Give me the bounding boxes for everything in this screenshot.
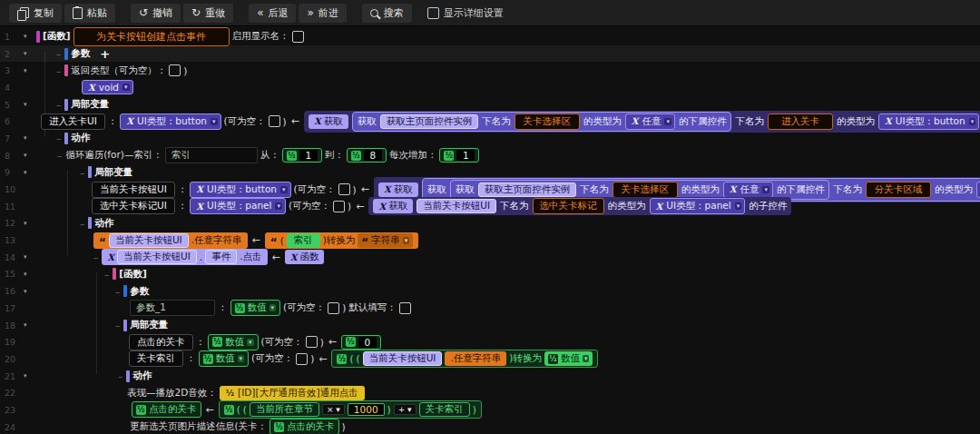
to-string-expression[interactable]: “(索引)转换为“字符串▾	[265, 232, 419, 249]
number-literal-chip[interactable]: ½0	[341, 335, 381, 350]
name-field[interactable]: 选中关卡标记	[533, 198, 604, 214]
checkbox[interactable]	[333, 201, 345, 212]
value-box[interactable]: 0	[358, 337, 377, 348]
search-button[interactable]: 搜索	[362, 4, 412, 23]
dropdown-caret[interactable]: ▾	[122, 84, 130, 91]
variable-name[interactable]: 关卡索引	[129, 350, 183, 367]
show-detail-checkbox[interactable]	[427, 7, 439, 19]
redo-button[interactable]: ↻重做	[183, 4, 233, 23]
math-expression[interactable]: ½((当前所在章节× ▾1000)+ ▾关卡索引)	[219, 400, 482, 419]
multiply-operator-dropdown[interactable]: × ▾	[322, 404, 345, 415]
getter-expression[interactable]: 获取获取主页面控件实例下名为关卡选择区的类型为X任意▾的下属控件	[352, 112, 732, 132]
paste-button[interactable]: 粘贴	[64, 4, 115, 23]
return-nullable-checkbox[interactable]	[169, 64, 181, 76]
loop-index-input[interactable]: 索引	[165, 147, 258, 163]
variable-name[interactable]: 点击的关卡	[129, 334, 193, 350]
string-chip[interactable]: .任意字符串	[445, 351, 506, 366]
checkbox[interactable]	[306, 336, 318, 348]
loop-step-value[interactable]: 1	[456, 150, 475, 161]
number-type-solid[interactable]: ½数值▾	[544, 351, 593, 366]
name-field[interactable]: 关卡选择区	[514, 113, 580, 130]
return-type-dropdown[interactable]: Xvoid▾	[82, 80, 133, 94]
dropdown-caret[interactable]: ▾	[403, 237, 410, 244]
getter-expression[interactable]: 获取获取主页面控件实例下名为关卡选择区的类型为X任意▾的下属控件	[450, 180, 830, 200]
forward-button[interactable]: »前进	[299, 4, 346, 23]
number-chip[interactable]: ½1	[282, 148, 322, 163]
add-parameter-button[interactable]: +	[100, 47, 110, 61]
checkbox[interactable]	[269, 115, 280, 127]
collapse-arrow[interactable]: ▾	[24, 271, 27, 278]
type-dropdown[interactable]: X任意▾	[625, 113, 675, 130]
number-chip[interactable]: ½8	[347, 148, 387, 163]
name-field[interactable]: 关卡选择区	[612, 182, 678, 198]
dropdown-caret[interactable]: ▾	[280, 186, 288, 193]
collapse-arrow[interactable]: ▾	[24, 152, 27, 159]
dropdown-caret[interactable]: ▾	[211, 118, 218, 125]
collapse-arrow[interactable]: ▾	[24, 33, 27, 40]
name-field[interactable]: 进入关卡	[768, 113, 833, 130]
index-chip[interactable]: 索引	[287, 233, 320, 248]
dropdown-caret[interactable]: ▾	[664, 118, 671, 125]
loop-from-value[interactable]: 1	[299, 150, 318, 161]
checkbox[interactable]	[296, 353, 308, 365]
collapse-arrow[interactable]: ▾	[24, 321, 27, 329]
reference-chip[interactable]: 当前关卡按钮UI	[117, 250, 197, 264]
undo-button[interactable]: ↺撤销	[131, 4, 181, 23]
number-type-dropdown[interactable]: ½数值▾	[208, 334, 259, 350]
plus-operator-dropdown[interactable]: + ▾	[394, 404, 416, 415]
type-dropdown[interactable]: XUI类型：panel▾	[650, 198, 746, 214]
number-type-dropdown[interactable]: ½数值▾	[199, 350, 250, 367]
dropdown-caret[interactable]: ▾	[583, 355, 590, 362]
dropdown-caret[interactable]: ▾	[275, 202, 282, 210]
type-dropdown[interactable]: XUI类型：button▾	[120, 113, 220, 130]
clicked-level-chip[interactable]: ½点击的关卡	[270, 419, 339, 434]
number-type-dropdown[interactable]: ½数值▾	[230, 300, 281, 316]
reference-chip[interactable]: 获取主页面控件实例	[380, 114, 479, 129]
reference-chip[interactable]: 当前关卡按钮UI	[416, 199, 496, 213]
collapse-arrow[interactable]: ▾	[24, 134, 27, 142]
checkbox[interactable]	[328, 302, 339, 314]
name-field[interactable]: 分关卡区域	[866, 182, 931, 198]
function-chip[interactable]: X获取	[378, 182, 418, 197]
set-string-property[interactable]: “当前关卡按钮UI.任意字符串	[93, 232, 248, 249]
expression-container[interactable]: X获取获取获取主页面控件实例下名为关卡选择区的类型为X任意▾的下属控件下名为进入…	[304, 111, 980, 133]
function-chip[interactable]: X函数	[285, 250, 325, 264]
function-chip[interactable]: X获取	[309, 114, 348, 129]
collapse-arrow[interactable]: ▾	[24, 169, 27, 176]
type-dropdown[interactable]: X任意▾	[723, 182, 773, 198]
type-dropdown[interactable]: XUI类型：button▾	[878, 113, 979, 130]
checkbox[interactable]	[338, 183, 350, 195]
collapse-arrow[interactable]: ▾	[24, 50, 27, 57]
clicked-level-chip[interactable]: ½点击的关卡	[132, 401, 201, 418]
param-name-input[interactable]: 参数_1	[130, 300, 215, 316]
reference-chip[interactable]: 事件	[205, 250, 237, 264]
type-dropdown[interactable]: XUI类型：panel▾	[190, 198, 286, 214]
function-chip[interactable]: X获取	[373, 199, 413, 213]
type-dropdown[interactable]: X任意▾	[976, 182, 980, 198]
collapse-arrow[interactable]: ▾	[24, 101, 27, 108]
collapse-arrow[interactable]: ▾	[24, 67, 27, 74]
number-literal[interactable]: 1000	[348, 403, 385, 416]
type-dropdown[interactable]: XUI类型：button▾	[190, 182, 290, 198]
back-button[interactable]: «后退	[249, 4, 296, 23]
to-number-expression[interactable]: ½((当前关卡按钮UI.任意字符串)转换为½数值▾	[331, 350, 598, 368]
loop-to-value[interactable]: 8	[364, 150, 382, 161]
number-chip[interactable]: ½1	[439, 148, 479, 163]
collapse-arrow[interactable]: ▾	[24, 372, 27, 380]
reference-chip[interactable]: 当前关卡按钮UI	[363, 351, 443, 366]
variable-name[interactable]: 当前关卡按钮UI	[92, 182, 175, 198]
variable-name[interactable]: 进入关卡UI	[41, 113, 105, 130]
copy-button[interactable]: 复制	[9, 4, 62, 23]
dropdown-caret[interactable]: ▾	[735, 202, 742, 210]
dropdown-caret[interactable]: ▾	[762, 186, 769, 193]
function-name-field[interactable]: 为关卡按钮创建点击事件	[74, 27, 230, 46]
collapse-arrow[interactable]: ▾	[24, 288, 27, 295]
collapse-arrow[interactable]: ▾	[24, 220, 27, 227]
string-type-chip[interactable]: “字符串▾	[358, 233, 413, 248]
sound-asset-chip[interactable]: ½[ID][大厅通用音效]通用点击	[220, 386, 365, 400]
dropdown-caret[interactable]: ▾	[969, 118, 976, 125]
reference-chip[interactable]: 获取主页面控件实例	[478, 182, 577, 197]
enable-display-name-checkbox[interactable]	[292, 31, 304, 43]
dropdown-caret[interactable]: ▾	[247, 339, 254, 346]
reference-chip[interactable]: 当前关卡按钮UI	[109, 233, 189, 248]
